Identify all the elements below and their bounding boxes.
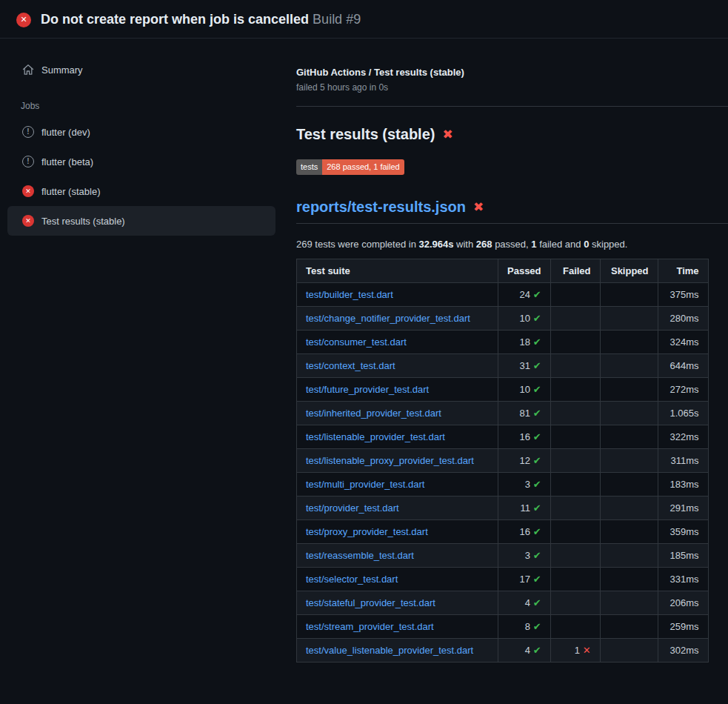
sidebar-item-summary[interactable]: Summary [7,55,275,84]
suite-link[interactable]: test/selector_test.dart [306,574,398,585]
passed-cell: 10 ✔ [498,307,551,331]
check-icon: ✔ [533,502,541,514]
table-row: test/consumer_test.dart18 ✔324ms [297,331,709,354]
suite-link[interactable]: test/listenable_provider_test.dart [306,431,445,442]
suite-cell: test/stateful_provider_test.dart [297,591,498,615]
table-row: test/proxy_provider_test.dart16 ✔359ms [297,520,709,544]
suite-link[interactable]: test/inherited_provider_test.dart [306,408,441,419]
check-icon: ✔ [533,550,541,561]
check-icon: ✔ [533,360,541,371]
report-file-link[interactable]: reports/test-results.json [296,199,466,216]
skipped-cell [600,378,658,402]
check-icon: ✔ [533,621,541,632]
exclamation-glyph: ! [27,158,29,165]
check-icon: ✔ [533,526,541,537]
section-title-text: Test results (stable) [296,126,435,143]
check-icon: ✔ [533,574,541,585]
cancelled-status-icon: ! [22,156,34,167]
sidebar-item-flutter-stable[interactable]: ✕ flutter (stable) [7,176,275,206]
suite-link[interactable]: test/consumer_test.dart [306,336,407,348]
time-cell: 311ms [658,449,708,473]
skipped-cell [600,568,658,591]
failed-cell [550,402,600,425]
suite-link[interactable]: test/value_listenable_provider_test.dart [306,645,473,656]
table-row: test/listenable_proxy_provider_test.dart… [297,449,709,473]
suite-link[interactable]: test/future_provider_test.dart [306,384,429,395]
sidebar-item-label: flutter (beta) [41,156,93,167]
skipped-cell [600,639,658,663]
time-cell: 259ms [658,615,708,639]
check-icon: ✔ [533,384,541,395]
passed-cell: 12 ✔ [498,449,551,473]
summary-text: failed and [537,239,584,250]
passed-cell: 4 ✔ [498,591,551,615]
passed-cell: 10 ✔ [498,378,551,402]
time-cell: 644ms [658,354,708,378]
summary-sentence: 269 tests were completed in 32.964s with… [296,239,728,250]
table-row: test/multi_provider_test.dart3 ✔183ms [297,473,709,497]
suite-cell: test/stream_provider_test.dart [297,615,498,639]
failed-cell [550,591,600,615]
suite-link[interactable]: test/change_notifier_provider_test.dart [306,313,470,324]
build-header: ✕ Do not create report when job is cance… [0,0,728,39]
section-title: Test results (stable) ✖ [296,126,728,143]
time-cell: 280ms [658,307,708,331]
suite-cell: test/provider_test.dart [297,497,498,520]
passed-cell: 16 ✔ [498,425,551,449]
cross-mark-icon: ✖ [473,199,484,215]
col-header-test-suite: Test suite [297,259,498,283]
failed-cell: 1 ✕ [550,639,600,663]
failed-cell [550,354,600,378]
suite-cell: test/selector_test.dart [297,568,498,591]
results-table-body: test/builder_test.dart24 ✔375mstest/chan… [297,283,709,663]
table-row: test/provider_test.dart11 ✔291ms [297,497,709,520]
time-cell: 322ms [658,425,708,449]
failed-cell [550,378,600,402]
passed-cell: 18 ✔ [498,331,551,354]
skipped-cell [600,283,658,307]
skipped-cell [600,354,658,378]
sidebar-item-label: flutter (stable) [41,186,100,197]
suite-cell: test/future_provider_test.dart [297,378,498,402]
sidebar-item-flutter-beta[interactable]: ! flutter (beta) [7,147,275,176]
failed-cell [550,331,600,354]
suite-link[interactable]: test/stream_provider_test.dart [306,621,434,632]
sidebar-item-label: flutter (dev) [41,127,90,138]
check-icon: ✔ [533,645,541,656]
suite-cell: test/value_listenable_provider_test.dart [297,639,498,663]
skipped-cell [600,402,658,425]
exclamation-glyph: ! [27,128,29,136]
passed-cell: 24 ✔ [498,283,551,307]
suite-link[interactable]: test/builder_test.dart [306,289,393,300]
table-row: test/future_provider_test.dart10 ✔272ms [297,378,709,402]
sidebar-item-label: Test results (stable) [41,216,125,227]
failed-cell [550,615,600,639]
failed-cell [550,497,600,520]
suite-link[interactable]: test/context_test.dart [306,360,395,371]
cross-mark-icon: ✖ [442,127,453,142]
suite-cell: test/builder_test.dart [297,283,498,307]
suite-link[interactable]: test/reassemble_test.dart [306,550,414,561]
x-icon: ✕ [583,645,591,656]
failed-cell [550,425,600,449]
suite-link[interactable]: test/provider_test.dart [306,502,399,514]
breadcrumb: GitHub Actions / Test results (stable) [296,67,728,78]
failed-cell [550,568,600,591]
jobs-section-label: Jobs [21,101,296,111]
suite-link[interactable]: test/listenable_proxy_provider_test.dart [306,455,474,466]
cancelled-status-icon: ! [22,126,34,138]
suite-link[interactable]: test/multi_provider_test.dart [306,479,424,490]
time-cell: 359ms [658,520,708,544]
table-row: test/context_test.dart31 ✔644ms [297,354,709,378]
summary-passed-count: 268 [476,239,492,250]
time-cell: 185ms [658,544,708,568]
passed-cell: 11 ✔ [498,497,551,520]
suite-link[interactable]: test/proxy_provider_test.dart [306,526,428,537]
sidebar-item-flutter-dev[interactable]: ! flutter (dev) [7,117,275,147]
badge-label: tests [296,159,322,175]
summary-text: skipped. [589,239,627,250]
skipped-cell [600,473,658,497]
suite-link[interactable]: test/stateful_provider_test.dart [306,597,435,608]
passed-cell: 3 ✔ [498,473,551,497]
sidebar-item-test-results-stable[interactable]: ✕ Test results (stable) [7,206,275,236]
